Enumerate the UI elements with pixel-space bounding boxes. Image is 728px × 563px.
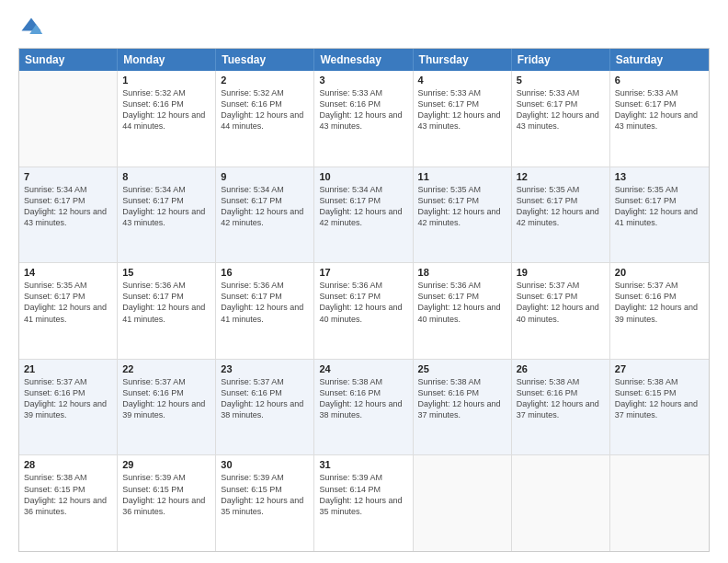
header-day-tuesday: Tuesday: [216, 49, 314, 71]
calendar-row-0: 1Sunrise: 5:32 AM Sunset: 6:16 PM Daylig…: [19, 71, 709, 167]
day-number: 20: [615, 267, 704, 278]
day-number: 13: [615, 171, 704, 182]
cell-details: Sunrise: 5:35 AM Sunset: 6:17 PM Dayligh…: [517, 184, 605, 229]
calendar-body: 1Sunrise: 5:32 AM Sunset: 6:16 PM Daylig…: [19, 71, 709, 551]
day-number: 7: [24, 171, 112, 182]
calendar-header: SundayMondayTuesdayWednesdayThursdayFrid…: [19, 49, 709, 71]
calendar-cell: 21Sunrise: 5:37 AM Sunset: 6:16 PM Dayli…: [19, 360, 118, 455]
cell-details: Sunrise: 5:33 AM Sunset: 6:16 PM Dayligh…: [319, 87, 407, 132]
calendar-cell: [610, 455, 709, 551]
day-number: 12: [517, 171, 605, 182]
day-number: 19: [517, 267, 605, 278]
header-day-saturday: Saturday: [610, 49, 709, 71]
calendar-cell: 25Sunrise: 5:38 AM Sunset: 6:16 PM Dayli…: [414, 360, 512, 455]
day-number: 8: [122, 171, 210, 182]
day-number: 6: [615, 75, 704, 86]
calendar-cell: 23Sunrise: 5:37 AM Sunset: 6:16 PM Dayli…: [216, 360, 314, 455]
day-number: 5: [517, 75, 605, 86]
calendar-cell: 15Sunrise: 5:36 AM Sunset: 6:17 PM Dayli…: [118, 263, 216, 359]
header-day-wednesday: Wednesday: [314, 49, 413, 71]
calendar-cell: 19Sunrise: 5:37 AM Sunset: 6:17 PM Dayli…: [512, 263, 610, 359]
cell-details: Sunrise: 5:38 AM Sunset: 6:15 PM Dayligh…: [615, 376, 704, 421]
cell-details: Sunrise: 5:39 AM Sunset: 6:14 PM Dayligh…: [319, 472, 407, 517]
cell-details: Sunrise: 5:38 AM Sunset: 6:16 PM Dayligh…: [319, 376, 407, 421]
cell-details: Sunrise: 5:36 AM Sunset: 6:17 PM Dayligh…: [319, 280, 407, 325]
calendar-cell: 22Sunrise: 5:37 AM Sunset: 6:16 PM Dayli…: [118, 360, 216, 455]
calendar-cell: 29Sunrise: 5:39 AM Sunset: 6:15 PM Dayli…: [118, 455, 216, 551]
header-day-friday: Friday: [512, 49, 610, 71]
day-number: 10: [319, 171, 407, 182]
calendar-cell: 26Sunrise: 5:38 AM Sunset: 6:16 PM Dayli…: [512, 360, 610, 455]
calendar-cell: 14Sunrise: 5:35 AM Sunset: 6:17 PM Dayli…: [19, 263, 118, 359]
cell-details: Sunrise: 5:32 AM Sunset: 6:16 PM Dayligh…: [221, 87, 309, 132]
cell-details: Sunrise: 5:35 AM Sunset: 6:17 PM Dayligh…: [24, 280, 112, 325]
cell-details: Sunrise: 5:32 AM Sunset: 6:16 PM Dayligh…: [122, 87, 210, 132]
cell-details: Sunrise: 5:37 AM Sunset: 6:16 PM Dayligh…: [615, 280, 704, 325]
day-number: 21: [24, 363, 112, 374]
day-number: 23: [221, 363, 309, 374]
day-number: 27: [615, 363, 704, 374]
cell-details: Sunrise: 5:34 AM Sunset: 6:17 PM Dayligh…: [319, 184, 407, 229]
calendar-cell: [414, 455, 512, 551]
day-number: 18: [418, 267, 506, 278]
calendar-cell: [512, 455, 610, 551]
cell-details: Sunrise: 5:34 AM Sunset: 6:17 PM Dayligh…: [122, 184, 210, 229]
calendar-cell: 30Sunrise: 5:39 AM Sunset: 6:15 PM Dayli…: [216, 455, 314, 551]
day-number: 26: [517, 363, 605, 374]
header-day-thursday: Thursday: [414, 49, 512, 71]
header-day-sunday: Sunday: [19, 49, 118, 71]
day-number: 2: [221, 75, 309, 86]
cell-details: Sunrise: 5:33 AM Sunset: 6:17 PM Dayligh…: [517, 87, 605, 132]
cell-details: Sunrise: 5:34 AM Sunset: 6:17 PM Dayligh…: [221, 184, 309, 229]
logo-icon: [18, 15, 44, 40]
day-number: 30: [221, 459, 309, 470]
calendar-cell: 2Sunrise: 5:32 AM Sunset: 6:16 PM Daylig…: [216, 71, 314, 167]
logo: [18, 15, 48, 40]
cell-details: Sunrise: 5:36 AM Sunset: 6:17 PM Dayligh…: [221, 280, 309, 325]
calendar-cell: 1Sunrise: 5:32 AM Sunset: 6:16 PM Daylig…: [118, 71, 216, 167]
cell-details: Sunrise: 5:37 AM Sunset: 6:17 PM Dayligh…: [517, 280, 605, 325]
calendar-cell: 7Sunrise: 5:34 AM Sunset: 6:17 PM Daylig…: [19, 167, 118, 263]
day-number: 15: [122, 267, 210, 278]
day-number: 24: [319, 363, 407, 374]
cell-details: Sunrise: 5:34 AM Sunset: 6:17 PM Dayligh…: [24, 184, 112, 229]
day-number: 4: [418, 75, 506, 86]
cell-details: Sunrise: 5:36 AM Sunset: 6:17 PM Dayligh…: [122, 280, 210, 325]
cell-details: Sunrise: 5:35 AM Sunset: 6:17 PM Dayligh…: [615, 184, 704, 229]
day-number: 25: [418, 363, 506, 374]
calendar-cell: 24Sunrise: 5:38 AM Sunset: 6:16 PM Dayli…: [314, 360, 413, 455]
day-number: 28: [24, 459, 112, 470]
cell-details: Sunrise: 5:37 AM Sunset: 6:16 PM Dayligh…: [221, 376, 309, 421]
calendar-cell: 12Sunrise: 5:35 AM Sunset: 6:17 PM Dayli…: [512, 167, 610, 263]
cell-details: Sunrise: 5:38 AM Sunset: 6:16 PM Dayligh…: [517, 376, 605, 421]
calendar-cell: 10Sunrise: 5:34 AM Sunset: 6:17 PM Dayli…: [314, 167, 413, 263]
calendar-cell: 28Sunrise: 5:38 AM Sunset: 6:15 PM Dayli…: [19, 455, 118, 551]
calendar-cell: 9Sunrise: 5:34 AM Sunset: 6:17 PM Daylig…: [216, 167, 314, 263]
day-number: 1: [122, 75, 210, 86]
day-number: 16: [221, 267, 309, 278]
cell-details: Sunrise: 5:36 AM Sunset: 6:17 PM Dayligh…: [418, 280, 506, 325]
cell-details: Sunrise: 5:37 AM Sunset: 6:16 PM Dayligh…: [24, 376, 112, 421]
calendar-cell: 8Sunrise: 5:34 AM Sunset: 6:17 PM Daylig…: [118, 167, 216, 263]
cell-details: Sunrise: 5:38 AM Sunset: 6:15 PM Dayligh…: [24, 472, 112, 517]
calendar-cell: 16Sunrise: 5:36 AM Sunset: 6:17 PM Dayli…: [216, 263, 314, 359]
calendar: SundayMondayTuesdayWednesdayThursdayFrid…: [18, 48, 710, 552]
calendar-row-2: 14Sunrise: 5:35 AM Sunset: 6:17 PM Dayli…: [19, 263, 709, 360]
calendar-cell: 20Sunrise: 5:37 AM Sunset: 6:16 PM Dayli…: [610, 263, 709, 359]
day-number: 29: [122, 459, 210, 470]
header: [18, 15, 710, 40]
cell-details: Sunrise: 5:35 AM Sunset: 6:17 PM Dayligh…: [418, 184, 506, 229]
calendar-cell: [19, 71, 118, 167]
calendar-row-4: 28Sunrise: 5:38 AM Sunset: 6:15 PM Dayli…: [19, 455, 709, 551]
calendar-row-1: 7Sunrise: 5:34 AM Sunset: 6:17 PM Daylig…: [19, 167, 709, 264]
page: SundayMondayTuesdayWednesdayThursdayFrid…: [0, 0, 728, 563]
calendar-cell: 13Sunrise: 5:35 AM Sunset: 6:17 PM Dayli…: [610, 167, 709, 263]
calendar-cell: 11Sunrise: 5:35 AM Sunset: 6:17 PM Dayli…: [414, 167, 512, 263]
cell-details: Sunrise: 5:33 AM Sunset: 6:17 PM Dayligh…: [418, 87, 506, 132]
cell-details: Sunrise: 5:37 AM Sunset: 6:16 PM Dayligh…: [122, 376, 210, 421]
cell-details: Sunrise: 5:38 AM Sunset: 6:16 PM Dayligh…: [418, 376, 506, 421]
day-number: 14: [24, 267, 112, 278]
calendar-cell: 27Sunrise: 5:38 AM Sunset: 6:15 PM Dayli…: [610, 360, 709, 455]
day-number: 3: [319, 75, 407, 86]
day-number: 17: [319, 267, 407, 278]
